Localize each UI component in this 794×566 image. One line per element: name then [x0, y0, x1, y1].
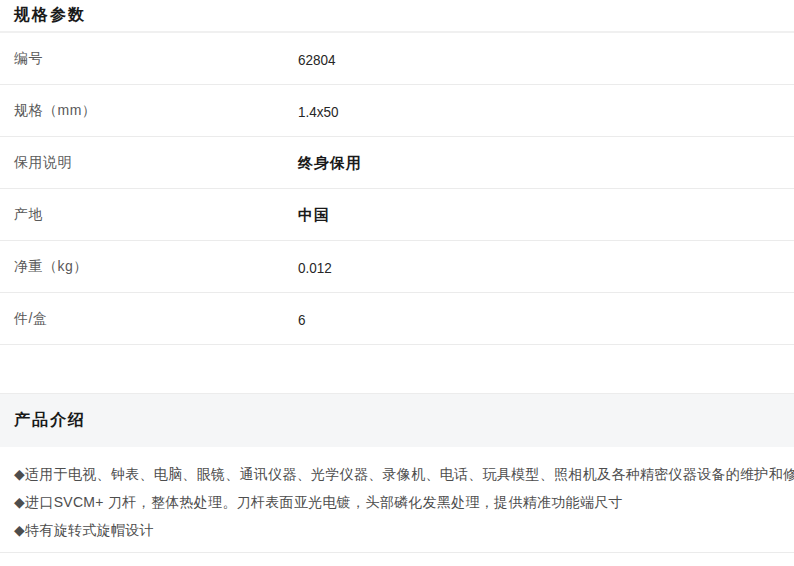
- intro-section-body: ◆适用于电视、钟表、电脑、眼镜、通讯仪器、光学仪器、录像机、电话、玩具模型、照相…: [0, 447, 794, 544]
- intro-bullet: ◆适用于电视、钟表、电脑、眼镜、通讯仪器、光学仪器、录像机、电话、玩具模型、照相…: [14, 460, 780, 488]
- spec-row: 产地 中国: [0, 189, 794, 241]
- spec-row-label: 规格（mm）: [14, 102, 96, 120]
- spec-section-header: 规格参数: [0, 0, 794, 33]
- spec-row-label: 产地: [14, 206, 43, 224]
- spec-row-value: 6: [298, 310, 306, 327]
- bottom-divider: [0, 552, 794, 553]
- spec-row-value: 62804: [298, 50, 336, 67]
- spec-row: 净重（kg） 0.012: [0, 241, 794, 293]
- section-gap: [0, 345, 794, 393]
- intro-section-title: 产品介绍: [14, 410, 86, 431]
- spec-table: 编号 62804 规格（mm） 1.4x50 保用说明 终身保用 产地 中国 净…: [0, 33, 794, 345]
- intro-bullet: ◆特有旋转式旋帽设计: [14, 516, 780, 544]
- spec-row-label: 保用说明: [14, 154, 72, 172]
- spec-row-value: 1.4x50: [298, 102, 339, 119]
- product-detail-page: 规格参数 编号 62804 规格（mm） 1.4x50 保用说明 终身保用 产地…: [0, 0, 794, 566]
- spec-section-title: 规格参数: [14, 5, 86, 26]
- spec-row-label: 净重（kg）: [14, 258, 88, 276]
- spec-row-label: 件/盒: [14, 310, 47, 328]
- spec-row: 件/盒 6: [0, 293, 794, 345]
- spec-row-value: 终身保用: [298, 153, 362, 172]
- spec-row-value: 0.012: [298, 258, 332, 275]
- spec-row-label: 编号: [14, 50, 43, 68]
- intro-section-header: 产品介绍: [0, 393, 794, 447]
- spec-row: 保用说明 终身保用: [0, 137, 794, 189]
- spec-row: 规格（mm） 1.4x50: [0, 85, 794, 137]
- intro-bullet: ◆进口SVCM+ 刀杆，整体热处理。刀杆表面亚光电镀，头部磷化发黑处理，提供精准…: [14, 488, 780, 516]
- spec-row-value: 中国: [298, 205, 330, 224]
- spec-row: 编号 62804: [0, 33, 794, 85]
